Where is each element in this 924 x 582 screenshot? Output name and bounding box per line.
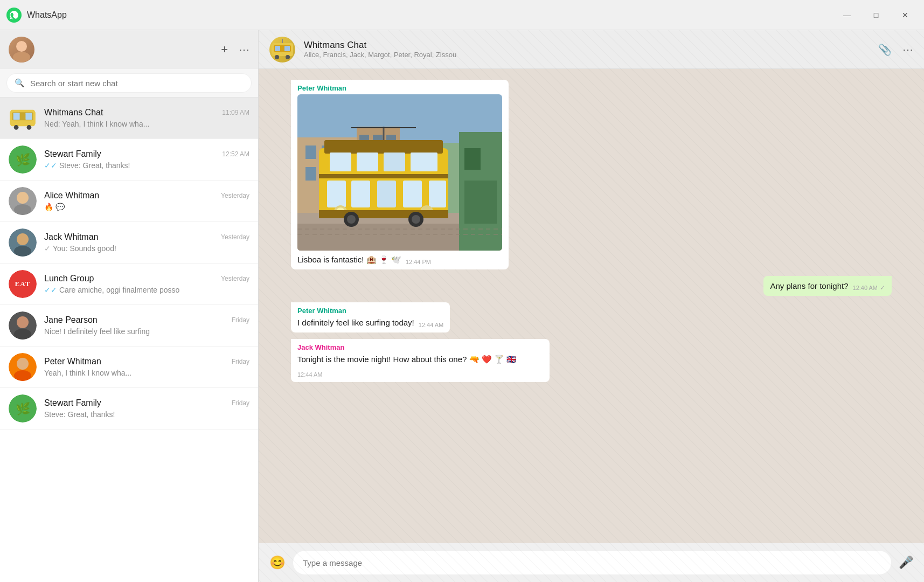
message-text: Any plans for tonight?	[770, 280, 848, 292]
svg-rect-49	[357, 153, 378, 171]
mic-button[interactable]: 🎤	[899, 556, 913, 570]
chat-name: Whitmans Chat	[304, 40, 870, 51]
svg-point-12	[17, 192, 29, 204]
chat-item-preview: ✓✓ Steve: Great, thanks!	[44, 161, 249, 170]
chat-list-item[interactable]: 🌿 Stewart Family Friday Steve: Great, th…	[0, 388, 258, 429]
search-input[interactable]	[30, 79, 244, 88]
chat-header-info[interactable]: Whitmans Chat Alice, Francis, Jack, Marg…	[304, 40, 870, 59]
chat-avatar	[9, 104, 37, 132]
message-time: 12:44 AM	[297, 371, 322, 378]
chat-item-preview: 🔥 💬	[44, 203, 249, 211]
svg-point-1	[16, 41, 27, 52]
message-text: Lisboa is fantastic! 🏨 🍷 🕊️	[297, 254, 401, 265]
message-wrapper: Peter Whitman I definitely feel like sur…	[291, 302, 892, 332]
chat-name-row: Stewart Family 12:52 AM	[44, 149, 249, 159]
svg-rect-57	[429, 181, 446, 207]
chat-list-item[interactable]: Alice Whitman Yesterday 🔥 💬	[0, 181, 258, 222]
chat-info: Peter Whitman Friday Yeah, I think I kno…	[44, 357, 249, 377]
svg-rect-54	[351, 181, 370, 207]
chat-avatar: EAT	[9, 270, 37, 298]
chat-list-item[interactable]: Whitmans Chat 11:09 AM Ned: Yeah, I thin…	[0, 98, 258, 139]
chat-list-item[interactable]: 🌿 Stewart Family 12:52 AM ✓✓ Steve: Grea…	[0, 139, 258, 181]
chat-info: Jack Whitman Yesterday ✓ You: Sounds goo…	[44, 232, 249, 253]
message-wrapper: Peter Whitman	[291, 80, 892, 269]
message-content: Lisboa is fantastic! 🏨 🍷 🕊️ 12:44 PM	[297, 254, 502, 265]
chat-menu-button[interactable]: ⋯	[902, 43, 913, 56]
close-button[interactable]: ✕	[893, 6, 918, 24]
chat-item-time: Friday	[232, 358, 249, 365]
chat-info: Stewart Family 12:52 AM ✓✓ Steve: Great,…	[44, 149, 249, 170]
chat-item-name: Stewart Family	[44, 149, 101, 159]
chat-avatar: 🌿	[9, 394, 37, 422]
svg-point-21	[17, 358, 29, 370]
search-bar: 🔍	[0, 69, 258, 98]
new-chat-button[interactable]: +	[221, 43, 228, 57]
chat-area: Whitmans Chat Alice, Francis, Jack, Marg…	[259, 30, 924, 582]
chat-name-row: Whitmans Chat 11:09 AM	[44, 108, 249, 117]
message-image	[297, 94, 502, 251]
svg-point-2	[13, 52, 30, 63]
chat-name-row: Lunch Group Yesterday	[44, 274, 249, 283]
my-avatar[interactable]	[9, 37, 34, 63]
svg-rect-28	[284, 46, 290, 51]
svg-point-19	[14, 329, 31, 340]
minimize-button[interactable]: —	[835, 6, 859, 24]
chat-name-row: Peter Whitman Friday	[44, 357, 249, 366]
chat-info: Lunch Group Yesterday ✓✓ Care amiche, og…	[44, 274, 249, 294]
message-sender: Peter Whitman	[297, 84, 502, 92]
message-time: 12:40 AM	[853, 285, 878, 291]
chat-header-avatar[interactable]	[269, 37, 295, 63]
svg-point-63	[347, 215, 356, 224]
chat-list-item[interactable]: Jack Whitman Yesterday ✓ You: Sounds goo…	[0, 222, 258, 264]
chat-item-time: Yesterday	[221, 275, 249, 282]
sidebar-header-icons: + ⋯	[221, 43, 249, 57]
chat-item-time: Friday	[232, 316, 249, 324]
menu-button[interactable]: ⋯	[239, 43, 249, 56]
message-bubble: Jack Whitman Tonight is the movie night!…	[291, 339, 550, 382]
svg-rect-47	[324, 140, 443, 154]
chat-item-preview: Nice! I definitely feel like surfing	[44, 327, 249, 336]
message-text: Tonight is the movie night! How about th…	[297, 354, 517, 365]
chat-header-icons: 📎 ⋯	[878, 43, 913, 56]
svg-point-22	[14, 370, 31, 381]
maximize-button[interactable]: □	[864, 6, 888, 24]
chat-info: Alice Whitman Yesterday 🔥 💬	[44, 191, 249, 211]
chat-list-item[interactable]: EAT Lunch Group Yesterday ✓✓ Care amiche…	[0, 264, 258, 305]
chat-item-name: Stewart Family	[44, 398, 101, 408]
chat-list-item[interactable]: Peter Whitman Friday Yeah, I think I kno…	[0, 347, 258, 388]
chat-item-name: Whitmans Chat	[44, 108, 103, 117]
chat-members: Alice, Francis, Jack, Margot, Peter, Roy…	[304, 51, 870, 59]
app-title: WhatsApp	[27, 10, 67, 20]
svg-rect-70	[464, 181, 497, 224]
chat-item-name: Peter Whitman	[44, 357, 101, 366]
svg-point-8	[27, 125, 32, 130]
chat-list-item[interactable]: Jane Pearson Friday Nice! I definitely f…	[0, 305, 258, 347]
message-tick: ✓	[880, 284, 885, 292]
message-bubble: Peter Whitman	[291, 80, 509, 269]
chat-item-name: Jane Pearson	[44, 315, 98, 325]
chat-avatar	[9, 187, 37, 215]
svg-rect-52	[319, 174, 448, 178]
message-content: I definitely feel like surfing today! 12…	[297, 317, 443, 328]
chat-item-time: 11:09 AM	[222, 109, 249, 116]
sidebar: + ⋯ 🔍 Whitmans Chat 11:09 AM	[0, 30, 259, 582]
chat-list: Whitmans Chat 11:09 AM Ned: Yeah, I thin…	[0, 98, 258, 582]
chat-info: Stewart Family Friday Steve: Great, than…	[44, 398, 249, 419]
message-input[interactable]	[293, 551, 891, 574]
svg-point-7	[14, 125, 19, 130]
message-time-row: 12:44 AM	[297, 371, 322, 378]
attachment-button[interactable]: 📎	[878, 43, 892, 56]
message-time-row: 12:40 AM ✓	[853, 284, 885, 292]
window-controls: — □ ✕	[835, 6, 918, 24]
message-sender: Peter Whitman	[297, 307, 443, 315]
chat-avatar: 🌿	[9, 146, 37, 174]
message-time-row: 12:44 PM	[406, 259, 431, 265]
svg-text:🌿: 🌿	[16, 153, 31, 167]
message-bubble: Peter Whitman I definitely feel like sur…	[291, 302, 450, 332]
emoji-button[interactable]: 😊	[269, 555, 286, 570]
main-layout: + ⋯ 🔍 Whitmans Chat 11:09 AM	[0, 30, 924, 582]
search-input-wrap[interactable]: 🔍	[6, 73, 252, 93]
message-wrapper: Jack Whitman Tonight is the movie night!…	[291, 339, 892, 382]
message-text: I definitely feel like surfing today!	[297, 317, 414, 328]
chat-name-row: Jack Whitman Yesterday	[44, 232, 249, 242]
